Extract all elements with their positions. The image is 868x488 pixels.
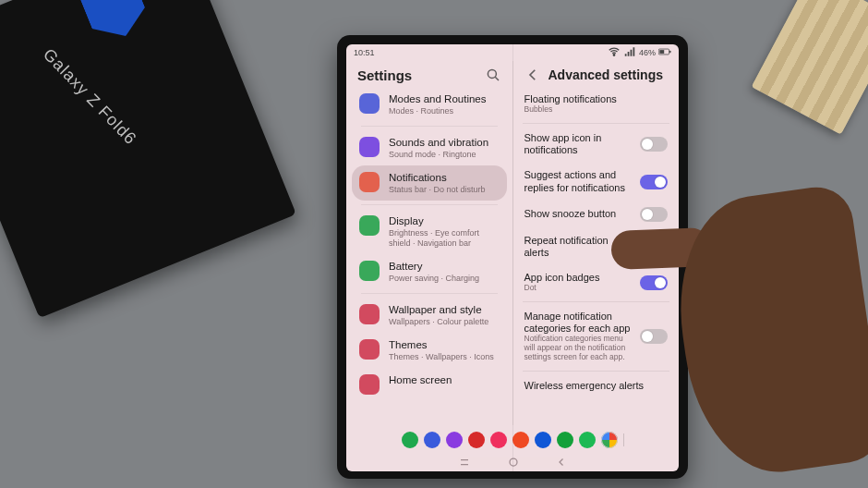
settings-item-sub: Modes · Routines — [389, 106, 500, 116]
settings-item-icon — [359, 172, 380, 192]
detail-row-title: App icon badges — [524, 272, 633, 284]
settings-item-icon — [359, 339, 380, 360]
dock-app-icon[interactable] — [402, 432, 418, 448]
detail-toggle-row[interactable]: Suggest actions and replies for notifica… — [523, 163, 670, 200]
settings-item[interactable]: Home screen — [352, 368, 507, 401]
nav-bar — [346, 455, 679, 471]
dock-app-icon[interactable] — [446, 432, 463, 448]
detail-row-sub: Bubbles — [524, 105, 669, 115]
dock-app-icon[interactable] — [424, 432, 440, 448]
detail-toggle-row[interactable]: Show app icon in notifications — [523, 126, 670, 163]
dock-app-icon[interactable] — [512, 432, 529, 448]
settings-item-title: Battery — [389, 261, 500, 274]
settings-item-icon — [359, 137, 380, 157]
list-separator — [523, 301, 670, 302]
list-separator — [361, 204, 498, 205]
back-icon[interactable] — [524, 67, 541, 83]
settings-item-title: Home screen — [389, 374, 500, 387]
svg-point-4 — [488, 69, 496, 78]
svg-rect-3 — [669, 51, 670, 54]
dock-divider — [623, 433, 624, 446]
toggle-switch[interactable] — [640, 207, 668, 222]
signal-icon — [623, 45, 636, 60]
wifi-icon — [608, 45, 621, 60]
settings-item[interactable]: NotificationsStatus bar · Do not disturb — [352, 165, 507, 201]
dock-app-icon[interactable] — [557, 432, 573, 448]
svg-rect-2 — [659, 50, 664, 54]
status-time: 10:51 — [354, 48, 375, 57]
fold-hinge — [512, 44, 513, 471]
detail-row-title: Show app icon in notifications — [524, 132, 633, 156]
detail-row-title: Show snooze button — [524, 208, 633, 220]
detail-toggle-row[interactable]: App icon badgesDot — [523, 265, 670, 299]
settings-item-title: Notifications — [389, 172, 500, 185]
settings-item-sub: Brightness · Eye comfort shield · Naviga… — [389, 228, 500, 248]
detail-toggle-row[interactable]: Manage notification categories for each … — [523, 304, 670, 369]
toggle-switch[interactable] — [640, 329, 668, 344]
settings-item[interactable]: Sounds and vibrationSound mode · Rington… — [352, 130, 507, 165]
list-separator — [361, 126, 498, 127]
detail-row-title: Suggest actions and replies for notifica… — [524, 169, 633, 193]
toggle-switch[interactable] — [640, 275, 668, 290]
settings-item-icon — [359, 215, 380, 236]
nav-back-icon[interactable] — [556, 457, 567, 470]
search-icon[interactable] — [485, 67, 501, 83]
nav-recent-icon[interactable] — [458, 457, 471, 470]
detail-link-row[interactable]: Floating notificationsBubbles — [523, 87, 670, 121]
detail-row-sub: Dot — [524, 284, 633, 293]
list-separator — [523, 123, 670, 124]
detail-title: Advanced settings — [549, 67, 663, 82]
settings-item-icon — [359, 304, 380, 324]
toggle-switch[interactable] — [640, 137, 668, 152]
settings-title: Settings — [357, 67, 477, 83]
settings-item-icon — [359, 374, 380, 395]
settings-item-title: Display — [389, 215, 500, 228]
settings-item-sub: Sound mode · Ringtone — [389, 150, 500, 159]
detail-link-row[interactable]: Wireless emergency alerts — [523, 373, 670, 398]
settings-item-sub: Power saving · Charging — [389, 274, 500, 283]
settings-pane: Settings Modes and RoutinesModes · Routi… — [346, 61, 513, 425]
settings-item-icon — [359, 93, 380, 114]
settings-list: Modes and RoutinesModes · RoutinesSounds… — [346, 87, 512, 425]
dock-app-icon[interactable] — [535, 432, 551, 448]
list-separator — [361, 293, 498, 294]
detail-row-title: Manage notification categories for each … — [524, 311, 633, 335]
settings-item[interactable]: Wallpaper and styleWallpapers · Colour p… — [352, 298, 507, 333]
settings-item[interactable]: BatteryPower saving · Charging — [352, 254, 507, 289]
settings-item-title: Modes and Routines — [389, 93, 500, 106]
settings-item-icon — [359, 261, 380, 281]
list-separator — [523, 371, 670, 372]
battery-icon — [658, 45, 671, 60]
settings-item-title: Sounds and vibration — [389, 137, 500, 150]
detail-row-sub: Notification categories menu will appear… — [524, 335, 633, 361]
battery-text: 46% — [639, 48, 656, 57]
detail-row-title: Wireless emergency alerts — [524, 380, 669, 392]
settings-item-sub: Status bar · Do not disturb — [389, 185, 500, 194]
settings-item[interactable]: ThemesThemes · Wallpapers · Icons — [352, 333, 507, 368]
product-box-label: Galaxy Z Fold6 — [39, 45, 140, 149]
toggle-switch[interactable] — [640, 175, 668, 189]
settings-item[interactable]: Modes and RoutinesModes · Routines — [352, 87, 507, 122]
settings-item-title: Wallpaper and style — [389, 304, 500, 317]
dock-app-icon[interactable] — [579, 432, 596, 448]
settings-item-sub: Themes · Wallpapers · Icons — [389, 352, 500, 361]
dock-app-icon[interactable] — [490, 432, 507, 448]
settings-item[interactable]: DisplayBrightness · Eye comfort shield ·… — [352, 209, 507, 253]
settings-item-sub: Wallpapers · Colour palette — [389, 317, 500, 326]
svg-point-0 — [613, 55, 615, 56]
dock-app-icon[interactable] — [468, 432, 485, 448]
settings-item-title: Themes — [389, 339, 500, 352]
svg-point-5 — [510, 458, 517, 466]
dock-app-icon[interactable] — [601, 432, 618, 448]
detail-toggle-row[interactable]: Show snooze button — [523, 201, 670, 228]
nav-home-icon[interactable] — [508, 457, 519, 470]
